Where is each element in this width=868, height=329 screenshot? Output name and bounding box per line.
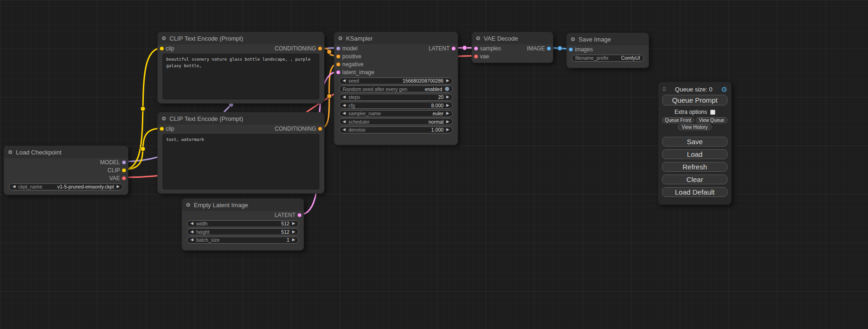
widget-denoise[interactable]: ◀ denoise 1.000 ▶ (339, 126, 453, 133)
node-titlebar[interactable]: CLIP Text Encode (Prompt) (158, 32, 324, 44)
collapse-dot-icon[interactable] (476, 36, 480, 40)
widget-value: 8.000 (431, 103, 444, 108)
decrement-arrow-icon[interactable]: ◀ (13, 185, 15, 189)
widget-sampler-name[interactable]: ◀ sampler_name euler ▶ (339, 110, 453, 117)
queue-prompt-button[interactable]: Queue Prompt (662, 95, 727, 105)
settings-gear-icon[interactable]: ⚙ (721, 86, 727, 93)
widget-height[interactable]: ◀ height 512 ▶ (187, 228, 299, 235)
widget-random-seed-toggle[interactable]: Random seed after every gen enabled (339, 85, 453, 92)
increment-arrow-icon[interactable]: ▶ (292, 230, 295, 234)
output-slot-model[interactable] (122, 160, 126, 164)
increment-arrow-icon[interactable]: ▶ (446, 79, 449, 83)
widget-filename-prefix[interactable]: filename_prefix ComfyUI (572, 55, 644, 62)
collapse-dot-icon[interactable] (8, 150, 12, 154)
widget-seed[interactable]: ◀ seed 156680208700286 ▶ (339, 77, 453, 84)
increment-arrow-icon[interactable]: ▶ (446, 112, 449, 115)
extra-options-label: Extra options (674, 109, 707, 115)
decrement-arrow-icon[interactable]: ◀ (191, 230, 193, 234)
node-vae-decode[interactable]: VAE Decode samples IMAGE vae (472, 32, 553, 63)
collapse-dot-icon[interactable] (162, 117, 166, 120)
widget-cfg[interactable]: ◀ cfg 8.000 ▶ (339, 102, 453, 109)
decrement-arrow-icon[interactable]: ◀ (343, 120, 346, 124)
view-history-button[interactable]: View History (678, 124, 712, 130)
input-label: negative (342, 61, 363, 68)
input-slot-vae[interactable] (474, 54, 478, 58)
extra-options-checkbox[interactable] (710, 110, 715, 115)
widget-label: denoise (348, 127, 366, 133)
node-titlebar[interactable]: Load Checkpoint (4, 146, 128, 158)
widget-value: 156680208700286 (402, 78, 444, 84)
input-slot-clip[interactable] (160, 126, 164, 131)
output-slot-conditioning[interactable] (318, 46, 322, 50)
node-clip-text-encode-negative[interactable]: CLIP Text Encode (Prompt) clip CONDITION… (157, 112, 325, 194)
output-slot-clip[interactable] (122, 168, 126, 172)
collapse-dot-icon[interactable] (571, 37, 575, 41)
increment-arrow-icon[interactable]: ▶ (292, 238, 295, 242)
input-slot-positive[interactable] (336, 54, 340, 58)
load-button[interactable]: Load (662, 149, 727, 159)
widget-value: enabled (425, 86, 442, 92)
comfyui-canvas[interactable]: { "colors": { "model": "#B39DDB", "clip"… (0, 0, 868, 329)
input-slot-latent-image[interactable] (336, 70, 340, 74)
input-slot-images[interactable] (569, 47, 573, 51)
decrement-arrow-icon[interactable]: ◀ (343, 104, 346, 107)
decrement-arrow-icon[interactable]: ◀ (343, 128, 346, 132)
widget-value: 1 (287, 237, 289, 243)
increment-arrow-icon[interactable]: ▶ (292, 222, 295, 225)
load-default-button[interactable]: Load Default (662, 187, 727, 197)
increment-arrow-icon[interactable]: ▶ (446, 95, 449, 99)
view-queue-button[interactable]: View Queue (696, 117, 727, 123)
save-button[interactable]: Save (662, 137, 727, 147)
output-slot-latent[interactable] (297, 213, 302, 217)
output-label: IMAGE (527, 45, 545, 52)
collapse-dot-icon[interactable] (186, 203, 190, 207)
output-slot-image[interactable] (547, 46, 551, 50)
node-load-checkpoint[interactable]: Load Checkpoint MODEL CLIP VAE ◀ ckpt_na… (4, 146, 128, 195)
output-slot-conditioning[interactable] (318, 126, 322, 131)
node-titlebar[interactable]: CLIP Text Encode (Prompt) (158, 112, 324, 125)
node-empty-latent-image[interactable]: Empty Latent Image LATENT ◀ width 512 ▶ … (182, 198, 304, 251)
widget-width[interactable]: ◀ width 512 ▶ (187, 220, 299, 227)
collapse-dot-icon[interactable] (162, 36, 166, 40)
widget-batch-size[interactable]: ◀ batch_size 1 ▶ (187, 237, 299, 244)
input-label: images (575, 46, 593, 53)
decrement-arrow-icon[interactable]: ◀ (343, 112, 346, 115)
node-save-image[interactable]: Save Image images filename_prefix ComfyU… (566, 33, 649, 68)
widget-scheduler[interactable]: ◀ scheduler normal ▶ (339, 118, 453, 125)
output-slot-latent[interactable] (452, 46, 456, 50)
increment-arrow-icon[interactable]: ▶ (446, 120, 449, 124)
node-ksampler[interactable]: KSampler model LATENT positive negative … (334, 32, 458, 145)
refresh-button[interactable]: Refresh (662, 162, 727, 172)
widget-value: normal (429, 119, 444, 125)
node-titlebar[interactable]: KSampler (334, 32, 458, 44)
node-titlebar[interactable]: VAE Decode (472, 32, 553, 44)
node-titlebar[interactable]: Empty Latent Image (182, 199, 303, 211)
input-slot-model[interactable] (336, 46, 340, 50)
clear-button[interactable]: Clear (662, 175, 727, 184)
wire-midpoint-dot (462, 46, 467, 50)
toggle-indicator-icon[interactable] (445, 87, 449, 91)
node-titlebar[interactable]: Save Image (567, 33, 649, 45)
input-slot-clip[interactable] (160, 46, 164, 50)
decrement-arrow-icon[interactable]: ◀ (191, 222, 193, 225)
output-label: MODEL (100, 159, 120, 166)
decrement-arrow-icon[interactable]: ◀ (343, 79, 346, 83)
widget-value: 1.000 (431, 127, 444, 133)
increment-arrow-icon[interactable]: ▶ (446, 128, 449, 132)
input-slot-negative[interactable] (336, 62, 340, 66)
prompt-textarea[interactable]: text, watermark (162, 134, 319, 189)
decrement-arrow-icon[interactable]: ◀ (343, 95, 346, 99)
queue-front-button[interactable]: Queue Front (662, 117, 694, 123)
collapse-dot-icon[interactable] (339, 36, 342, 40)
widget-steps[interactable]: ◀ steps 20 ▶ (339, 94, 453, 101)
node-clip-text-encode-positive[interactable]: CLIP Text Encode (Prompt) clip CONDITION… (157, 32, 325, 104)
decrement-arrow-icon[interactable]: ◀ (191, 238, 193, 242)
input-slot-samples[interactable] (474, 46, 478, 50)
widget-ckpt-name[interactable]: ◀ ckpt_name v1-5-pruned-emaonly.ckpt ▶ (9, 183, 123, 190)
queue-size-label: Queue size: 0 (666, 86, 721, 93)
output-slot-vae[interactable] (122, 176, 126, 180)
drag-handle-icon[interactable]: ⠿ (662, 86, 666, 93)
increment-arrow-icon[interactable]: ▶ (117, 185, 120, 189)
increment-arrow-icon[interactable]: ▶ (446, 104, 449, 107)
prompt-textarea[interactable]: beautiful scenery nature glass bottle la… (162, 54, 319, 99)
